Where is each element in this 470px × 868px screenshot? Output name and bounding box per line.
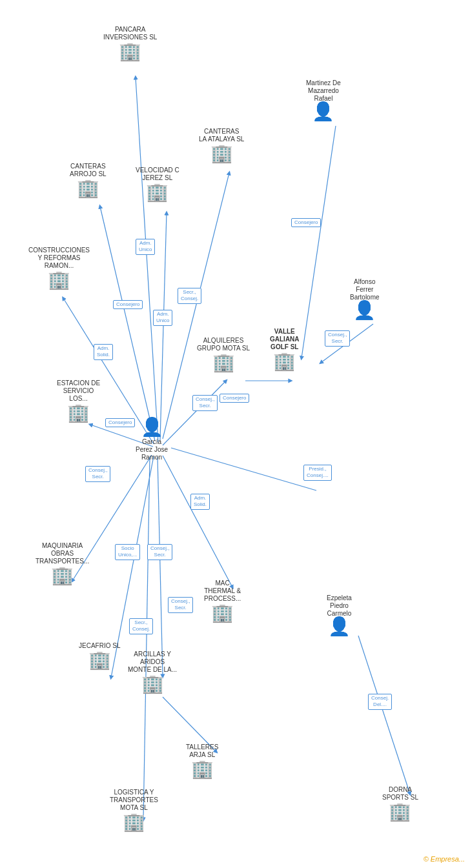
badge-secr-consej-1[interactable]: Secr.,Consej. bbox=[178, 288, 201, 304]
node-maquinaria[interactable]: MAQUINARIA OBRAS TRANSPORTES... 🏢 bbox=[36, 542, 89, 585]
badge-adm-unico-2[interactable]: Adm.Unico bbox=[153, 310, 172, 326]
svg-line-16 bbox=[171, 448, 316, 490]
node-mac-thermal[interactable]: MAC THERMAL & PROCESS... 🏢 bbox=[204, 580, 241, 622]
badge-adm-solid-1[interactable]: Adm.Solid. bbox=[94, 344, 113, 360]
building-icon-dorna: 🏢 bbox=[389, 803, 411, 821]
building-icon-valle-galiana: 🏢 bbox=[273, 352, 296, 370]
badge-presid-consej[interactable]: Presid.,Consej.... bbox=[303, 465, 332, 481]
building-icon-velocidad-jerez: 🏢 bbox=[146, 183, 169, 201]
node-alfonso[interactable]: Alfonso Ferrer Bartolome 👤 bbox=[350, 276, 380, 319]
node-canteras-arrojo[interactable]: CANTERAS ARROJO SL 🏢 bbox=[70, 163, 107, 197]
building-icon-canteras-arrojo: 🏢 bbox=[77, 179, 99, 197]
building-icon-estacion: 🏢 bbox=[67, 404, 90, 422]
svg-line-14 bbox=[301, 126, 336, 358]
badge-adm-solid-2[interactable]: Adm.Solid. bbox=[190, 494, 210, 510]
node-ezpeleta[interactable]: Ezpeleta Piedro Carmelo 👤 bbox=[327, 592, 352, 636]
badge-adm-unico-1[interactable]: Adm.Unico bbox=[136, 239, 155, 255]
badge-consej-del[interactable]: Consej.Del.... bbox=[368, 694, 392, 710]
badge-consejero-1[interactable]: Consejero bbox=[113, 300, 143, 309]
node-jecafrio[interactable]: JECAFRIO SL 🏢 bbox=[79, 642, 120, 669]
person-icon-alfonso: 👤 bbox=[353, 301, 376, 319]
building-icon-arcillas: 🏢 bbox=[141, 675, 164, 693]
building-icon-mac-thermal: 🏢 bbox=[211, 604, 234, 622]
building-icon-jecafrio: 🏢 bbox=[88, 651, 111, 669]
building-icon-alquileres: 🏢 bbox=[212, 354, 235, 372]
node-arcillas[interactable]: ARCILLAS Y ARIDOS MONTE DE LA... 🏢 bbox=[128, 651, 177, 693]
building-icon-logistica: 🏢 bbox=[123, 813, 145, 831]
svg-line-2 bbox=[160, 213, 167, 440]
person-icon-garcia: 👤 bbox=[141, 418, 163, 436]
svg-line-9 bbox=[163, 456, 232, 587]
node-alquileres[interactable]: ALQUILERES GRUPO MOTA SL 🏢 bbox=[197, 337, 250, 372]
badge-consejero-martinez[interactable]: Consejero bbox=[291, 218, 321, 227]
svg-line-0 bbox=[136, 77, 158, 442]
badge-consej-secr-garcia[interactable]: Consej.,Secr. bbox=[85, 466, 110, 482]
badge-socio-unico[interactable]: SocioUnico,... bbox=[115, 544, 140, 560]
badge-consej-secr-1[interactable]: Consej.,Secr. bbox=[192, 395, 218, 411]
node-estacion[interactable]: ESTACION DE SERVICIO LOS... 🏢 bbox=[57, 379, 100, 422]
node-garcia[interactable]: 👤 García Perez Jose Ramon bbox=[136, 418, 168, 461]
svg-line-6 bbox=[163, 381, 226, 445]
node-velocidad-jerez[interactable]: VELOCIDAD C JEREZ SL 🏢 bbox=[136, 167, 179, 201]
badge-consejero-2[interactable]: Consejero bbox=[220, 394, 249, 403]
svg-line-11 bbox=[158, 457, 163, 676]
svg-line-17 bbox=[358, 636, 410, 794]
svg-line-13 bbox=[143, 457, 150, 820]
node-martinez[interactable]: Martinez De Mazarredo Rafael 👤 bbox=[306, 77, 341, 121]
badge-secr-consej-2[interactable]: Secr.,Consej. bbox=[129, 618, 153, 634]
badge-consej-secr-2[interactable]: Consej.,Secr. bbox=[147, 544, 172, 560]
building-icon-construcciones: 🏢 bbox=[48, 271, 70, 289]
badge-consej-secr-alfonso[interactable]: Consej.,Secr. bbox=[325, 330, 350, 347]
node-dorna[interactable]: DORNA SPORTS SL 🏢 bbox=[382, 786, 418, 821]
building-icon-maquinaria: 🏢 bbox=[51, 567, 74, 585]
building-icon-canteras-atalaya: 🏢 bbox=[210, 145, 233, 163]
node-pancara[interactable]: PANCARA INVERSIONES SL 🏢 bbox=[103, 26, 157, 61]
node-valle-galiana[interactable]: VALLE GALIANA GOLF SL 🏢 bbox=[270, 328, 300, 370]
graph-container: PANCARA INVERSIONES SL 🏢 Martinez De Maz… bbox=[0, 0, 470, 868]
building-icon-talleres-arja: 🏢 bbox=[191, 760, 214, 778]
badge-consejero-3[interactable]: Consejero bbox=[105, 418, 135, 427]
node-logistica[interactable]: LOGISTICA Y TRANSPORTES MOTA SL 🏢 bbox=[110, 789, 158, 831]
node-talleres-arja[interactable]: TALLERES ARJA SL 🏢 bbox=[186, 743, 218, 778]
badge-consej-secr-3[interactable]: Consej.,Secr. bbox=[168, 597, 193, 613]
node-construcciones[interactable]: CONSTRUCCIONES Y REFORMAS RAMON... 🏢 bbox=[28, 247, 90, 289]
person-icon-martinez: 👤 bbox=[312, 103, 334, 121]
person-icon-ezpeleta: 👤 bbox=[328, 618, 351, 636]
node-canteras-atalaya[interactable]: CANTERAS LA ATALAYA SL 🏢 bbox=[199, 128, 244, 163]
building-icon-pancara: 🏢 bbox=[119, 43, 141, 61]
watermark: © Empresa... bbox=[424, 855, 465, 863]
